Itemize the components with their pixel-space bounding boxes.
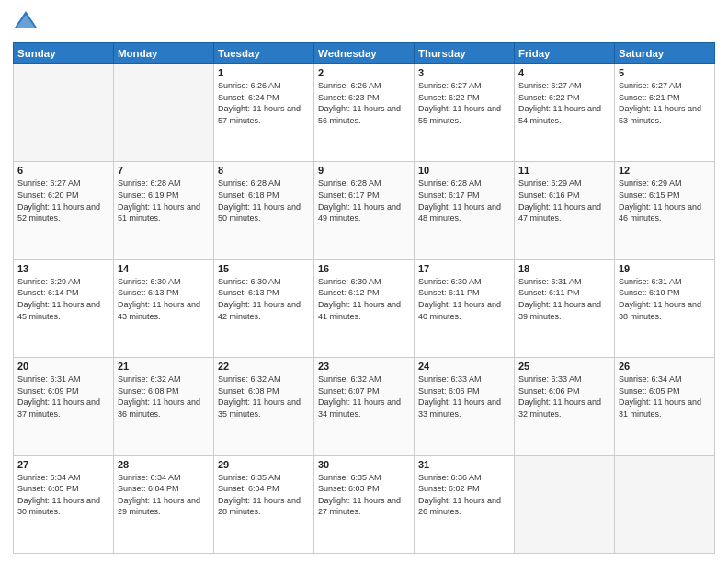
calendar-cell-23: 23Sunrise: 6:32 AMSunset: 6:07 PMDayligh… [314,358,415,455]
day-number: 20 [17,361,109,372]
day-info: Sunrise: 6:29 AMSunset: 6:15 PMDaylight:… [619,178,711,224]
calendar-cell-27: 27Sunrise: 6:34 AMSunset: 6:05 PMDayligh… [14,455,114,553]
calendar-cell-11: 11Sunrise: 6:29 AMSunset: 6:16 PMDayligh… [515,162,615,259]
calendar-cell-5: 5Sunrise: 6:27 AMSunset: 6:21 PMDaylight… [615,64,715,162]
calendar-cell-10: 10Sunrise: 6:28 AMSunset: 6:17 PMDayligh… [415,162,515,259]
page: SundayMondayTuesdayWednesdayThursdayFrid… [0,0,728,563]
calendar-week-4: 20Sunrise: 6:31 AMSunset: 6:09 PMDayligh… [14,358,715,455]
calendar-cell-28: 28Sunrise: 6:34 AMSunset: 6:04 PMDayligh… [114,455,214,553]
day-info: Sunrise: 6:28 AMSunset: 6:17 PMDaylight:… [418,178,510,224]
calendar-header-friday: Friday [515,43,615,64]
calendar-header-saturday: Saturday [615,43,715,64]
day-info: Sunrise: 6:28 AMSunset: 6:17 PMDaylight:… [318,178,410,224]
day-number: 7 [118,165,210,176]
day-number: 25 [518,361,610,372]
day-info: Sunrise: 6:30 AMSunset: 6:13 PMDaylight:… [118,276,210,322]
day-info: Sunrise: 6:36 AMSunset: 6:02 PMDaylight:… [418,472,510,518]
day-number: 11 [518,165,610,176]
day-number: 9 [318,165,410,176]
calendar-cell-empty [515,455,615,553]
calendar-cell-29: 29Sunrise: 6:35 AMSunset: 6:04 PMDayligh… [214,455,314,553]
day-number: 17 [418,263,510,274]
day-info: Sunrise: 6:28 AMSunset: 6:18 PMDaylight:… [218,178,310,224]
day-number: 3 [418,67,510,78]
day-info: Sunrise: 6:35 AMSunset: 6:04 PMDaylight:… [218,472,310,518]
calendar-cell-26: 26Sunrise: 6:34 AMSunset: 6:05 PMDayligh… [615,358,715,455]
calendar-cell-8: 8Sunrise: 6:28 AMSunset: 6:18 PMDaylight… [214,162,314,259]
header [13,9,715,35]
day-number: 29 [218,459,310,470]
calendar-cell-18: 18Sunrise: 6:31 AMSunset: 6:11 PMDayligh… [515,259,615,357]
day-info: Sunrise: 6:33 AMSunset: 6:06 PMDaylight:… [518,373,610,419]
day-info: Sunrise: 6:27 AMSunset: 6:21 PMDaylight:… [619,80,711,126]
calendar-header-sunday: Sunday [14,43,114,64]
day-info: Sunrise: 6:27 AMSunset: 6:22 PMDaylight:… [418,80,510,126]
calendar-cell-22: 22Sunrise: 6:32 AMSunset: 6:08 PMDayligh… [214,358,314,455]
day-number: 13 [17,263,109,274]
calendar-cell-19: 19Sunrise: 6:31 AMSunset: 6:10 PMDayligh… [615,259,715,357]
calendar-cell-17: 17Sunrise: 6:30 AMSunset: 6:11 PMDayligh… [415,259,515,357]
day-info: Sunrise: 6:30 AMSunset: 6:13 PMDaylight:… [218,276,310,322]
calendar-cell-16: 16Sunrise: 6:30 AMSunset: 6:12 PMDayligh… [314,259,415,357]
day-info: Sunrise: 6:32 AMSunset: 6:08 PMDaylight:… [218,373,310,419]
calendar-cell-21: 21Sunrise: 6:32 AMSunset: 6:08 PMDayligh… [114,358,214,455]
calendar-cell-empty [114,64,214,162]
day-number: 23 [318,361,410,372]
day-number: 10 [418,165,510,176]
calendar-cell-3: 3Sunrise: 6:27 AMSunset: 6:22 PMDaylight… [415,64,515,162]
calendar-cell-31: 31Sunrise: 6:36 AMSunset: 6:02 PMDayligh… [415,455,515,553]
day-number: 19 [619,263,711,274]
calendar-cell-30: 30Sunrise: 6:35 AMSunset: 6:03 PMDayligh… [314,455,415,553]
calendar-cell-empty [14,64,114,162]
calendar-header-row: SundayMondayTuesdayWednesdayThursdayFrid… [14,43,715,64]
day-number: 31 [418,459,510,470]
day-number: 16 [318,263,410,274]
day-number: 22 [218,361,310,372]
day-number: 12 [619,165,711,176]
day-info: Sunrise: 6:26 AMSunset: 6:24 PMDaylight:… [218,80,310,126]
day-number: 5 [619,67,711,78]
day-number: 15 [218,263,310,274]
day-info: Sunrise: 6:27 AMSunset: 6:22 PMDaylight:… [518,80,610,126]
day-number: 2 [318,67,410,78]
day-info: Sunrise: 6:27 AMSunset: 6:20 PMDaylight:… [17,178,109,224]
day-number: 24 [418,361,510,372]
day-info: Sunrise: 6:31 AMSunset: 6:09 PMDaylight:… [17,373,109,419]
day-number: 6 [17,165,109,176]
calendar-header-wednesday: Wednesday [314,43,415,64]
day-info: Sunrise: 6:31 AMSunset: 6:10 PMDaylight:… [619,276,711,322]
day-info: Sunrise: 6:32 AMSunset: 6:08 PMDaylight:… [118,373,210,419]
day-info: Sunrise: 6:29 AMSunset: 6:16 PMDaylight:… [518,178,610,224]
day-info: Sunrise: 6:34 AMSunset: 6:05 PMDaylight:… [619,373,711,419]
day-info: Sunrise: 6:29 AMSunset: 6:14 PMDaylight:… [17,276,109,322]
calendar-cell-empty [615,455,715,553]
day-number: 18 [518,263,610,274]
calendar-week-5: 27Sunrise: 6:34 AMSunset: 6:05 PMDayligh… [14,455,715,553]
day-info: Sunrise: 6:30 AMSunset: 6:12 PMDaylight:… [318,276,410,322]
day-number: 30 [318,459,410,470]
day-number: 1 [218,67,310,78]
day-info: Sunrise: 6:31 AMSunset: 6:11 PMDaylight:… [518,276,610,322]
day-number: 8 [218,165,310,176]
day-info: Sunrise: 6:33 AMSunset: 6:06 PMDaylight:… [418,373,510,419]
calendar-header-thursday: Thursday [415,43,515,64]
day-info: Sunrise: 6:28 AMSunset: 6:19 PMDaylight:… [118,178,210,224]
calendar-week-2: 6Sunrise: 6:27 AMSunset: 6:20 PMDaylight… [14,162,715,259]
day-info: Sunrise: 6:30 AMSunset: 6:11 PMDaylight:… [418,276,510,322]
logo-icon [13,9,39,35]
calendar-cell-2: 2Sunrise: 6:26 AMSunset: 6:23 PMDaylight… [314,64,415,162]
calendar-cell-4: 4Sunrise: 6:27 AMSunset: 6:22 PMDaylight… [515,64,615,162]
calendar-cell-14: 14Sunrise: 6:30 AMSunset: 6:13 PMDayligh… [114,259,214,357]
calendar-cell-13: 13Sunrise: 6:29 AMSunset: 6:14 PMDayligh… [14,259,114,357]
calendar-header-tuesday: Tuesday [214,43,314,64]
calendar-cell-6: 6Sunrise: 6:27 AMSunset: 6:20 PMDaylight… [14,162,114,259]
day-info: Sunrise: 6:34 AMSunset: 6:05 PMDaylight:… [17,472,109,518]
day-number: 14 [118,263,210,274]
calendar-cell-20: 20Sunrise: 6:31 AMSunset: 6:09 PMDayligh… [14,358,114,455]
calendar-cell-7: 7Sunrise: 6:28 AMSunset: 6:19 PMDaylight… [114,162,214,259]
day-number: 26 [619,361,711,372]
day-number: 27 [17,459,109,470]
calendar-header-monday: Monday [114,43,214,64]
calendar-table: SundayMondayTuesdayWednesdayThursdayFrid… [13,42,715,554]
calendar-cell-25: 25Sunrise: 6:33 AMSunset: 6:06 PMDayligh… [515,358,615,455]
